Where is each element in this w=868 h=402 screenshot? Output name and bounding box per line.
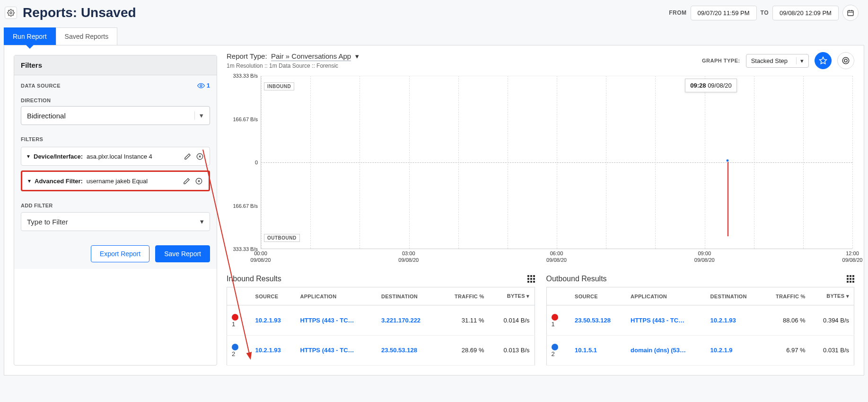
cell-destination[interactable]: 10.2.1.93 bbox=[706, 305, 762, 336]
cell-application[interactable]: HTTPS (443 - TC… bbox=[295, 305, 377, 336]
cell-application[interactable]: HTTPS (443 - TC… bbox=[295, 335, 377, 366]
data-spike bbox=[728, 161, 728, 237]
chevron-down-icon: ▾ bbox=[194, 111, 204, 120]
filter-value: asa.plxr.local Instance 4 bbox=[87, 153, 152, 160]
cell-application[interactable]: domain (dns) (53… bbox=[626, 335, 706, 366]
chart[interactable]: 333.33 B/s166.67 B/s0166.67 B/s333.33 B/… bbox=[227, 76, 854, 265]
add-filter-placeholder: Type to Filter bbox=[27, 218, 68, 226]
export-report-button[interactable]: Export Report bbox=[91, 245, 149, 262]
col-destination[interactable]: DESTINATION bbox=[706, 287, 762, 305]
star-icon bbox=[819, 56, 827, 65]
grid-menu-icon[interactable] bbox=[847, 275, 854, 283]
y-tick: 0 bbox=[255, 160, 258, 165]
tab-run-report[interactable]: Run Report bbox=[4, 27, 56, 45]
cell-application[interactable]: HTTPS (443 - TC… bbox=[626, 305, 706, 336]
cell-bytes: 0.014 B/s bbox=[489, 305, 535, 336]
series-color-dot bbox=[552, 344, 558, 350]
cell-source[interactable]: 10.1.5.1 bbox=[570, 335, 626, 366]
target-icon bbox=[842, 56, 850, 65]
report-meta: 1m Resolution :: 1m Data Source :: Foren… bbox=[227, 63, 359, 69]
edit-icon[interactable] bbox=[183, 152, 192, 161]
svg-point-0 bbox=[10, 12, 12, 14]
x-tick: 12:0009/08/20 bbox=[842, 250, 863, 264]
table-row[interactable]: 1 23.50.53.128 HTTPS (443 - TC… 10.2.1.9… bbox=[546, 305, 854, 336]
edit-icon[interactable] bbox=[182, 177, 191, 185]
to-date-input[interactable]: 09/08/20 12:09 PM bbox=[772, 6, 839, 20]
outbound-results-title: Outbound Results bbox=[546, 275, 607, 283]
page-header: Reports: Unsaved FROM 09/07/20 11:59 PM … bbox=[0, 0, 868, 21]
col-bytes[interactable]: BYTES ▾ bbox=[810, 287, 854, 305]
add-filter-label: ADD FILTER bbox=[21, 203, 210, 208]
gear-icon[interactable] bbox=[5, 7, 17, 19]
svg-point-2 bbox=[200, 85, 202, 87]
cell-source[interactable]: 10.2.1.93 bbox=[251, 335, 296, 366]
col-traffic[interactable]: TRAFFIC % bbox=[439, 287, 489, 305]
cell-destination[interactable]: 23.50.53.128 bbox=[377, 335, 439, 366]
x-tick: 00:0009/08/20 bbox=[251, 250, 271, 264]
col-traffic[interactable]: TRAFFIC % bbox=[762, 287, 810, 305]
cell-source[interactable]: 23.50.53.128 bbox=[570, 305, 626, 336]
direction-select[interactable]: Bidirectional ▾ bbox=[21, 106, 210, 125]
add-filter-input[interactable]: Type to Filter ▾ bbox=[21, 212, 210, 231]
col-application[interactable]: APPLICATION bbox=[295, 287, 377, 305]
col-destination[interactable]: DESTINATION bbox=[377, 287, 439, 305]
eye-icon bbox=[197, 83, 205, 89]
refresh-button[interactable] bbox=[837, 52, 854, 69]
cell-traffic: 6.97 % bbox=[762, 335, 810, 366]
col-source[interactable]: SOURCE bbox=[570, 287, 626, 305]
chevron-down-icon: ▾ bbox=[27, 153, 30, 160]
x-tick: 03:0009/08/20 bbox=[398, 250, 419, 264]
graph-type-select[interactable]: Stacked Step ▾ bbox=[746, 54, 809, 68]
chart-tooltip: 09:28 09/08/20 bbox=[685, 79, 736, 92]
series-color-dot bbox=[232, 314, 238, 321]
table-row[interactable]: 1 10.2.1.93 HTTPS (443 - TC… 3.221.170.2… bbox=[227, 305, 535, 336]
cell-bytes: 0.394 B/s bbox=[810, 305, 854, 336]
from-label: FROM bbox=[669, 9, 686, 16]
tab-saved-reports[interactable]: Saved Reports bbox=[56, 27, 118, 45]
remove-icon[interactable] bbox=[195, 152, 204, 161]
row-index: 2 bbox=[552, 350, 555, 357]
filters-section-label: FILTERS bbox=[21, 136, 210, 142]
filter-value: username jakeb Equal bbox=[87, 178, 148, 185]
filter-name: Advanced Filter: bbox=[35, 178, 83, 185]
cell-traffic: 28.69 % bbox=[439, 335, 489, 366]
sort-desc-icon: ▾ bbox=[526, 293, 529, 299]
outbound-results: Outbound Results SOURCE APPLICATION DEST… bbox=[546, 275, 855, 366]
favorite-button[interactable] bbox=[815, 52, 832, 69]
cell-traffic: 31.11 % bbox=[439, 305, 489, 336]
series-color-dot bbox=[552, 314, 558, 321]
calendar-icon[interactable] bbox=[842, 5, 859, 21]
inbound-tag: INBOUND bbox=[264, 82, 294, 90]
cell-bytes: 0.013 B/s bbox=[489, 335, 535, 366]
x-tick: 06:0009/08/20 bbox=[546, 250, 567, 264]
report-type-value[interactable]: Pair » Conversations App bbox=[271, 52, 351, 61]
data-source-count[interactable]: 1 bbox=[197, 82, 210, 89]
filter-advanced[interactable]: ▾ Advanced Filter: username jakeb Equal bbox=[21, 170, 210, 191]
chevron-down-icon: ▾ bbox=[355, 52, 359, 60]
y-tick: 166.67 B/s bbox=[233, 203, 258, 209]
graph-type-label: GRAPH TYPE: bbox=[702, 58, 740, 63]
page-title: Reports: Unsaved bbox=[23, 5, 136, 20]
cell-source[interactable]: 10.2.1.93 bbox=[251, 305, 296, 336]
filter-name: Device/Interface: bbox=[34, 153, 83, 160]
cell-destination[interactable]: 3.221.170.222 bbox=[377, 305, 439, 336]
inbound-results-title: Inbound Results bbox=[227, 275, 281, 283]
cell-traffic: 88.06 % bbox=[762, 305, 810, 336]
from-date-input[interactable]: 09/07/20 11:59 PM bbox=[691, 6, 757, 20]
row-index: 1 bbox=[232, 321, 235, 328]
col-bytes[interactable]: BYTES ▾ bbox=[489, 287, 535, 305]
table-row[interactable]: 2 10.2.1.93 HTTPS (443 - TC… 23.50.53.12… bbox=[227, 335, 535, 366]
grid-menu-icon[interactable] bbox=[527, 275, 535, 283]
svg-point-6 bbox=[842, 57, 849, 64]
save-report-button[interactable]: Save Report bbox=[155, 245, 210, 262]
svg-point-7 bbox=[844, 59, 847, 62]
table-row[interactable]: 2 10.1.5.1 domain (dns) (53… 10.2.1.9 6.… bbox=[546, 335, 854, 366]
col-application[interactable]: APPLICATION bbox=[626, 287, 706, 305]
date-range: FROM 09/07/20 11:59 PM TO 09/08/20 12:09… bbox=[669, 5, 859, 21]
report-type[interactable]: Report Type: Pair » Conversations App ▾ bbox=[227, 52, 359, 61]
filter-device-interface[interactable]: ▾ Device/Interface: asa.plxr.local Insta… bbox=[21, 147, 210, 166]
chart-plot-area[interactable]: INBOUND OUTBOUND 09:28 09/08/20 bbox=[261, 76, 852, 249]
col-source[interactable]: SOURCE bbox=[251, 287, 296, 305]
remove-icon[interactable] bbox=[194, 177, 203, 185]
cell-destination[interactable]: 10.2.1.9 bbox=[706, 335, 762, 366]
